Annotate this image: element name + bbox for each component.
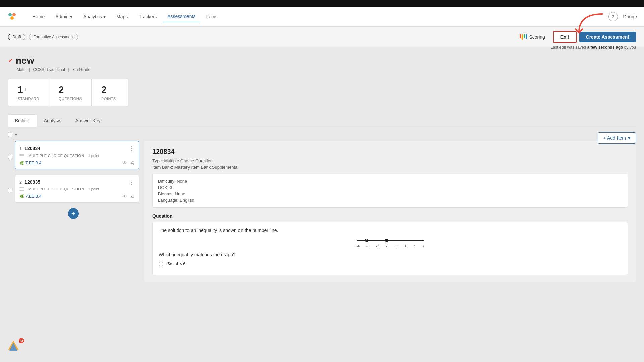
builder-wrapper: ▾ + Add Item ▾ 1 120834	[8, 132, 636, 282]
q1-checkbox[interactable]	[8, 155, 12, 159]
detail-type: Type: Multiple Choice Question	[152, 158, 628, 163]
detail-dok: DOK: 3	[158, 185, 622, 190]
nav-trackers[interactable]: Trackers	[134, 11, 161, 22]
q2-checkbox[interactable]	[8, 188, 12, 192]
q1-drag-handle[interactable]	[19, 154, 24, 157]
stats-row: 1 ℹ STANDARD 2 QUESTIONS 2 POINTS	[8, 79, 636, 106]
add-item-button[interactable]: + Add Item ▾	[598, 132, 636, 144]
select-all-checkbox[interactable]	[8, 133, 12, 137]
standard-leaf-icon-2: 🌿	[19, 194, 24, 199]
standard-info-icon[interactable]: ℹ	[25, 87, 27, 92]
page-header: Draft Formative Assessment Scoring Exit …	[0, 27, 644, 47]
tab-builder[interactable]: Builder	[8, 114, 37, 127]
detail-blooms: Blooms: None	[158, 191, 622, 196]
user-chevron-icon: ▾	[636, 15, 637, 18]
tab-analysis[interactable]: Analysis	[37, 114, 68, 127]
logo-icon	[7, 11, 17, 22]
main-content: ✔ new Math | CCSS: Traditional | 7th Gra…	[0, 47, 644, 362]
top-controls-left: ▾	[8, 132, 17, 137]
question-text: The solution to an inequality is shown o…	[159, 228, 622, 233]
tab-answer-key[interactable]: Answer Key	[68, 114, 108, 127]
main-nav: Home Admin ▾ Analytics ▾ Maps Trackers A…	[0, 7, 644, 27]
check-circle-icon: ✔	[8, 57, 13, 64]
nav-assessments[interactable]: Assessments	[163, 11, 200, 22]
question-item-2[interactable]: 2 120835 ⋮ MULTIPLE CHOICE QUESTION 1 po…	[15, 175, 139, 203]
svg-point-0	[8, 13, 12, 16]
logo[interactable]	[7, 11, 17, 22]
question-content-box: The solution to an inequality is shown o…	[152, 222, 628, 275]
logo-badge: 42	[19, 338, 24, 343]
user-name: Doug	[623, 14, 634, 19]
stat-standard: 1 ℹ STANDARD	[8, 79, 49, 106]
q2-menu-icon[interactable]: ⋮	[128, 179, 135, 185]
tabs: Builder Analysis Answer Key	[8, 114, 636, 127]
scoring-button[interactable]: Scoring	[514, 32, 550, 42]
nav-items[interactable]: Items	[202, 11, 222, 22]
stat-points: 2 POINTS	[92, 79, 128, 106]
detail-id: 120834	[152, 148, 628, 156]
app-logo-icon	[7, 339, 20, 353]
bottom-logo[interactable]: 42	[7, 339, 23, 355]
add-question-circle-button[interactable]: +	[68, 208, 79, 219]
create-assessment-button[interactable]: Create Assessment	[579, 32, 636, 42]
detail-item-bank: Item Bank: Mastery Item Bank Supplementa…	[152, 165, 628, 170]
detail-attributes-box: Difficulty: None DOK: 3 Blooms: None Lan…	[152, 174, 628, 208]
exit-button[interactable]: Exit	[553, 31, 577, 43]
formative-badge[interactable]: Formative Assessment	[29, 34, 78, 40]
nav-right: ? Doug ▾	[608, 12, 637, 21]
svg-point-1	[12, 13, 16, 16]
analytics-chevron-icon: ▾	[103, 14, 106, 19]
nav-analytics[interactable]: Analytics ▾	[78, 11, 110, 22]
admin-chevron-icon: ▾	[70, 14, 72, 19]
help-button[interactable]: ?	[608, 12, 618, 21]
question-section-title: Question	[152, 213, 628, 219]
q1-menu-icon[interactable]: ⋮	[128, 145, 135, 152]
standard-leaf-icon: 🌿	[19, 161, 24, 165]
nav-links: Home Admin ▾ Analytics ▾ Maps Trackers A…	[28, 11, 608, 22]
header-left: Draft Formative Assessment	[8, 34, 78, 40]
number-line: -4-3-2-10123	[159, 237, 622, 248]
question-detail-panel: 120834 Type: Multiple Choice Question It…	[144, 141, 636, 282]
save-notice: Last edit was saved a few seconds ago by…	[551, 45, 636, 50]
q2-drag-handle[interactable]	[19, 187, 24, 191]
top-bar	[0, 0, 644, 7]
detail-language: Language: English	[158, 198, 622, 203]
nav-admin[interactable]: Admin ▾	[51, 11, 77, 22]
assessment-title: new	[16, 55, 34, 66]
svg-point-2	[10, 16, 14, 20]
draft-badge[interactable]: Draft	[8, 34, 25, 40]
assessment-meta: Math | CCSS: Traditional | 7th Grade	[17, 67, 636, 72]
nav-home[interactable]: Home	[28, 11, 49, 22]
q2-preview-icon[interactable]: 👁	[122, 194, 127, 199]
assessment-title-row: ✔ new	[8, 55, 636, 66]
detail-difficulty: Difficulty: None	[158, 179, 622, 184]
scoring-icon	[520, 34, 527, 40]
header-right: Scoring Exit Create Assessment Last edit…	[514, 31, 636, 43]
add-item-chevron-icon: ▾	[628, 135, 630, 141]
user-menu[interactable]: Doug ▾	[623, 14, 637, 19]
q1-print-icon[interactable]: 🖨	[130, 160, 135, 166]
stat-questions: 2 QUESTIONS	[49, 79, 92, 106]
q2-print-icon[interactable]: 🖨	[130, 194, 135, 199]
add-item-area: +	[8, 208, 139, 219]
collapse-button[interactable]: ▾	[15, 132, 17, 137]
question-prompt: Which inequality matches the graph?	[159, 252, 622, 257]
nav-maps[interactable]: Maps	[112, 11, 132, 22]
choice-row-1: -5x - 4 ≤ 6	[159, 261, 622, 266]
question-item-1[interactable]: 1 120834 ⋮ MULTIPLE CHOICE QUESTION 1 po…	[15, 141, 139, 169]
q1-preview-icon[interactable]: 👁	[122, 160, 127, 166]
top-controls: ▾ + Add Item ▾	[8, 132, 636, 137]
choice-radio-1[interactable]	[159, 262, 163, 266]
builder-layout: 1 120834 ⋮ MULTIPLE CHOICE QUESTION 1 po…	[8, 141, 636, 282]
question-list: 1 120834 ⋮ MULTIPLE CHOICE QUESTION 1 po…	[8, 141, 139, 282]
scoring-label: Scoring	[529, 34, 545, 40]
